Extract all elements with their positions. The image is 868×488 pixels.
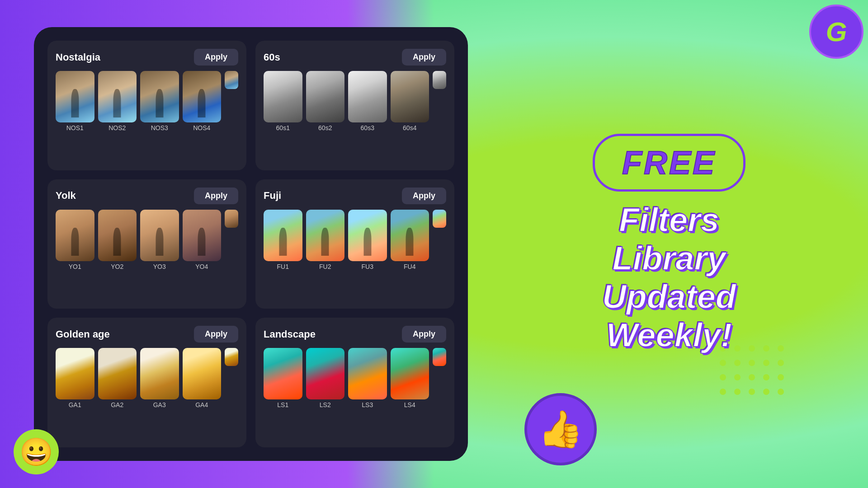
- person-silhouette: [156, 89, 163, 117]
- filter-card-nostalgia: NostalgiaApplyNOS1NOS2NOS3NOS4: [47, 41, 246, 170]
- thumbnail-image-extra: [225, 348, 238, 366]
- apply-button-nostalgia[interactable]: Apply: [194, 49, 238, 66]
- apply-button-60s[interactable]: Apply: [402, 49, 446, 66]
- free-badge: FREE: [593, 134, 745, 192]
- list-item[interactable]: LS4: [391, 348, 429, 408]
- thumbnails-row-fuji: FU1FU2FU3FU4: [264, 210, 446, 270]
- thumbnail-label: NOS3: [140, 124, 179, 131]
- card-header-landscape: LandscapeApply: [264, 326, 446, 343]
- apply-button-yolk[interactable]: Apply: [194, 188, 238, 204]
- card-title-60s: 60s: [264, 52, 280, 63]
- card-header-golden-age: Golden ageApply: [56, 326, 238, 343]
- person-silhouette: [198, 228, 206, 256]
- list-item[interactable]: FU4: [391, 210, 429, 270]
- filters-panel: NostalgiaApplyNOS1NOS2NOS3NOS460sApply60…: [34, 27, 468, 461]
- list-item[interactable]: YO3: [140, 210, 179, 270]
- list-item[interactable]: FU2: [306, 210, 345, 270]
- thumbnails-row-yolk: YO1YO2YO3YO4: [56, 210, 238, 270]
- thumbnail-label: NOS4: [183, 124, 222, 131]
- person-silhouette: [71, 89, 79, 117]
- thumbnail-label: 60s3: [348, 124, 387, 131]
- list-item[interactable]: NOS1: [56, 71, 94, 131]
- person-silhouette: [71, 228, 79, 256]
- list-item[interactable]: YO2: [98, 210, 137, 270]
- thumbnail-image-extra: [225, 210, 238, 228]
- list-item[interactable]: 60s2: [306, 71, 345, 131]
- thumbnail-label: YO3: [140, 263, 179, 270]
- thumbnail-label: YO1: [56, 263, 94, 270]
- thumbnails-row-nostalgia: NOS1NOS2NOS3NOS4: [56, 71, 238, 131]
- person-silhouette: [321, 228, 329, 256]
- thumbnail-image: [391, 71, 429, 122]
- thumbnail-label: 60s1: [264, 124, 302, 131]
- thumbnail-image: [348, 348, 387, 399]
- thumbnail-image: [56, 210, 94, 261]
- card-header-60s: 60sApply: [264, 49, 446, 66]
- thumbnail-image: [264, 71, 302, 122]
- card-title-nostalgia: Nostalgia: [56, 52, 100, 63]
- thumbnail-label: FU2: [306, 263, 345, 270]
- list-item[interactable]: NOS4: [183, 71, 222, 131]
- thumbnail-label: 60s2: [306, 124, 345, 131]
- card-header-fuji: FujiApply: [264, 188, 446, 204]
- thumbs-up-icon: 👍: [524, 393, 597, 465]
- logo-container: G: [809, 5, 863, 59]
- thumbnail-label: FU1: [264, 263, 302, 270]
- person-silhouette: [198, 89, 206, 117]
- thumbnail-label: LS4: [391, 401, 429, 408]
- thumbnail-image: [183, 71, 222, 122]
- card-title-golden-age: Golden age: [56, 328, 110, 340]
- thumbnail-image: [348, 210, 387, 261]
- list-item[interactable]: GA2: [98, 348, 137, 408]
- list-item[interactable]: FU1: [264, 210, 302, 270]
- filter-card-yolk: YolkApplyYO1YO2YO3YO4: [47, 179, 246, 309]
- thumbnail-image: [140, 348, 179, 399]
- thumbnail-label: YO4: [183, 263, 222, 270]
- thumbnail-image: [306, 71, 345, 122]
- list-item[interactable]: YO1: [56, 210, 94, 270]
- thumbnail-label: LS1: [264, 401, 302, 408]
- list-item[interactable]: LS2: [306, 348, 345, 408]
- thumbnail-image: [391, 210, 429, 261]
- thumbnail-image: [140, 71, 179, 122]
- thumbnail-extra: [433, 71, 446, 131]
- list-item[interactable]: GA1: [56, 348, 94, 408]
- thumbnail-extra: [225, 348, 238, 408]
- card-header-nostalgia: NostalgiaApply: [56, 49, 238, 66]
- thumbnail-label: GA4: [183, 401, 222, 408]
- filter-card-landscape: LandscapeApplyLS1LS2LS3LS4: [255, 318, 454, 447]
- person-silhouette: [363, 228, 371, 256]
- apply-button-golden-age[interactable]: Apply: [194, 326, 238, 343]
- thumbnails-row-landscape: LS1LS2LS3LS4: [264, 348, 446, 408]
- apply-button-landscape[interactable]: Apply: [402, 326, 446, 343]
- list-item[interactable]: GA3: [140, 348, 179, 408]
- card-title-yolk: Yolk: [56, 190, 76, 202]
- list-item[interactable]: NOS3: [140, 71, 179, 131]
- apply-button-fuji[interactable]: Apply: [402, 188, 446, 204]
- thumbnail-label: GA2: [98, 401, 137, 408]
- thumbnail-image-extra: [433, 348, 446, 366]
- thumbnail-image: [98, 71, 137, 122]
- thumbnail-extra: [433, 348, 446, 408]
- list-item[interactable]: 60s3: [348, 71, 387, 131]
- free-label: FREE: [622, 145, 716, 181]
- list-item[interactable]: LS1: [264, 348, 302, 408]
- thumbnail-image: [391, 348, 429, 399]
- thumbnail-image-extra: [433, 71, 446, 89]
- card-header-yolk: YolkApply: [56, 188, 238, 204]
- list-item[interactable]: 60s1: [264, 71, 302, 131]
- thumbnail-image: [140, 210, 179, 261]
- logo-circle: G: [809, 5, 863, 59]
- thumbnail-image: [306, 210, 345, 261]
- list-item[interactable]: FU3: [348, 210, 387, 270]
- thumbnail-image: [56, 71, 94, 122]
- list-item[interactable]: 60s4: [391, 71, 429, 131]
- person-silhouette: [113, 228, 121, 256]
- list-item[interactable]: LS3: [348, 348, 387, 408]
- list-item[interactable]: NOS2: [98, 71, 137, 131]
- list-item[interactable]: YO4: [183, 210, 222, 270]
- thumbnail-image: [56, 348, 94, 399]
- filter-card-golden-age: Golden ageApplyGA1GA2GA3GA4: [47, 318, 246, 447]
- thumbnail-image: [264, 210, 302, 261]
- list-item[interactable]: GA4: [183, 348, 222, 408]
